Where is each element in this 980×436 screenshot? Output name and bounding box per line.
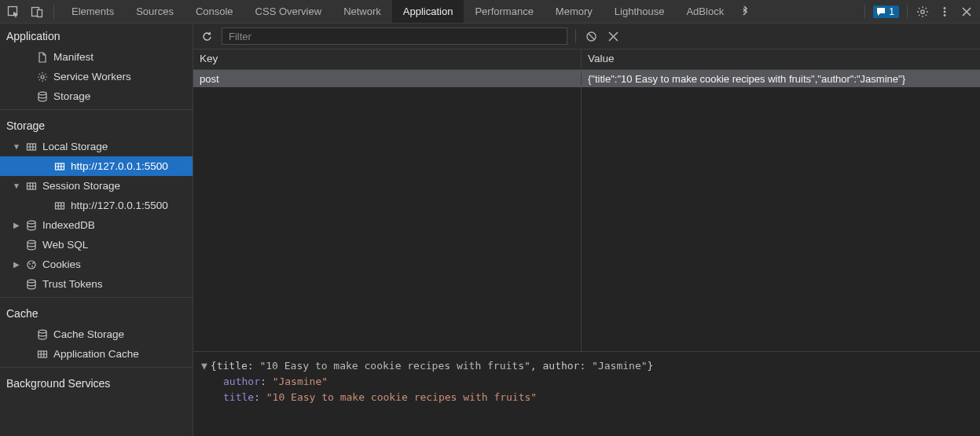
preview-summary-line[interactable]: ▼{title: "10 Easy to make cookie recipes… [201,358,972,374]
sidebar-item-label: Storage [53,90,90,102]
tab-lighthouse[interactable]: Lighthouse [604,0,676,23]
chevron-down-icon[interactable]: ▼ [13,142,20,151]
grid-icon [53,160,66,173]
sidebar-item-session-storage[interactable]: ▼Session Storage [0,176,193,196]
grid-icon [25,180,38,192]
refresh-icon[interactable] [200,29,214,43]
sidebar-item-label: http://127.0.0.1:5500 [71,160,168,172]
svg-point-19 [28,280,35,283]
storage-toolbar [193,24,980,49]
sidebar-item-label: Trust Tokens [42,278,103,290]
messages-badge[interactable]: 1 [873,5,899,18]
tab-network[interactable]: Network [332,0,392,23]
grid-icon [36,348,49,361]
devtools-topbar: ElementsSourcesConsoleCSS OverviewNetwor… [0,0,980,24]
sidebar-divider [0,367,193,368]
divider [53,5,54,19]
sidebar-item-http-127-0-0-1-5500[interactable]: http://127.0.0.1:5500 [0,196,193,215]
sidebar-item-label: Manifest [53,51,94,63]
sidebar-item-cache-storage[interactable]: Cache Storage [0,324,193,344]
file-icon [36,51,49,64]
sidebar-item-local-storage[interactable]: ▼Local Storage [0,137,193,156]
devtools-tabs: ElementsSourcesConsoleCSS OverviewNetwor… [61,0,735,23]
settings-gear-icon[interactable] [916,5,930,19]
kv-cell-key[interactable]: post [193,73,582,85]
sidebar-item-label: Local Storage [42,141,108,152]
sidebar-item-manifest[interactable]: Manifest [0,47,193,67]
kv-table-header: Key Value [193,49,980,70]
messages-count: 1 [889,6,894,17]
sidebar-item-trust-tokens[interactable]: Trust Tokens [0,274,193,294]
sidebar-item-storage[interactable]: Storage [0,86,193,106]
sidebar-group-title: Background Services [0,371,193,394]
svg-point-13 [28,221,35,224]
tab-application[interactable]: Application [392,0,464,23]
chevron-right-icon[interactable]: ▶ [13,221,20,229]
main-split: ApplicationManifestService WorkersStorag… [0,24,980,436]
sidebar-divider [0,297,193,298]
chevron-right-icon[interactable]: ▶ [13,260,20,269]
kv-cell-value[interactable]: {"title":"10 Easy to make cookie recipes… [582,73,980,85]
svg-point-3 [921,9,924,13]
sidebar-group-title: Cache [0,301,193,324]
filter-input[interactable] [222,27,567,45]
tab-adblock[interactable]: AdBlock [675,0,735,23]
preview-prop-author[interactable]: author: "Jasmine" [201,374,972,390]
preview-prop-title[interactable]: title: "10 Easy to make cookie recipes w… [201,390,972,405]
sidebar-item-label: Service Workers [53,71,131,82]
kebab-menu-icon[interactable] [938,5,952,19]
sidebar-group-title: Storage [0,113,193,137]
tab-console[interactable]: Console [185,0,244,23]
svg-point-18 [31,266,33,267]
sidebar-divider [0,109,193,110]
grid-icon [25,141,38,153]
svg-point-6 [944,14,946,16]
chevron-down-icon[interactable]: ▼ [13,181,20,190]
sidebar-item-label: Cache Storage [53,328,124,340]
close-devtools-icon[interactable] [960,5,974,19]
tab-css-overview[interactable]: CSS Overview [244,0,333,23]
divider [907,5,908,19]
sidebar-item-web-sql[interactable]: Web SQL [0,235,193,255]
tab-performance[interactable]: Performance [464,0,544,23]
tab-sources[interactable]: Sources [125,0,185,23]
svg-point-17 [32,262,34,264]
kv-empty-area [193,87,980,351]
svg-point-5 [944,10,946,13]
svg-point-14 [28,240,35,244]
svg-point-4 [944,7,946,9]
sidebar-item-label: http://127.0.0.1:5500 [71,200,168,211]
svg-point-15 [28,261,35,269]
kv-row[interactable]: post{"title":"10 Easy to make cookie rec… [193,70,980,87]
clear-all-icon[interactable] [584,29,598,43]
sidebar-item-label: Web SQL [42,239,88,251]
tab-elements[interactable]: Elements [61,0,125,23]
value-preview-pane: ▼{title: "10 Easy to make cookie recipes… [193,351,980,436]
sidebar-item-http-127-0-0-1-5500[interactable]: http://127.0.0.1:5500 [0,156,193,176]
delete-selected-icon[interactable] [606,29,620,43]
divider [864,5,865,19]
storage-content-pane: Key Value post{"title":"10 Easy to make … [193,24,980,436]
sidebar-item-cookies[interactable]: ▶Cookies [0,255,193,274]
sidebar-item-label: Application Cache [53,348,139,360]
grid-icon [53,200,66,212]
device-toolbar-icon[interactable] [30,5,44,19]
sidebar-item-service-workers[interactable]: Service Workers [0,67,193,86]
cookie-icon [25,258,38,271]
kv-header-key[interactable]: Key [193,49,582,69]
db-icon [25,219,38,232]
sidebar-item-indexeddb[interactable]: ▶IndexedDB [0,215,193,235]
svg-rect-2 [38,9,42,16]
kv-table-body: post{"title":"10 Easy to make cookie rec… [193,70,980,351]
kv-header-value[interactable]: Value [582,49,980,69]
svg-point-20 [39,330,46,333]
tab-memory[interactable]: Memory [545,0,604,23]
more-tabs-icon[interactable] [738,5,752,19]
sidebar-item-label: Cookies [42,258,81,270]
divider [575,29,576,43]
gear-icon [36,71,49,83]
sidebar-item-application-cache[interactable]: Application Cache [0,344,193,364]
sidebar-item-label: IndexedDB [42,219,95,231]
svg-point-16 [29,263,31,265]
inspect-element-icon[interactable] [6,5,20,19]
